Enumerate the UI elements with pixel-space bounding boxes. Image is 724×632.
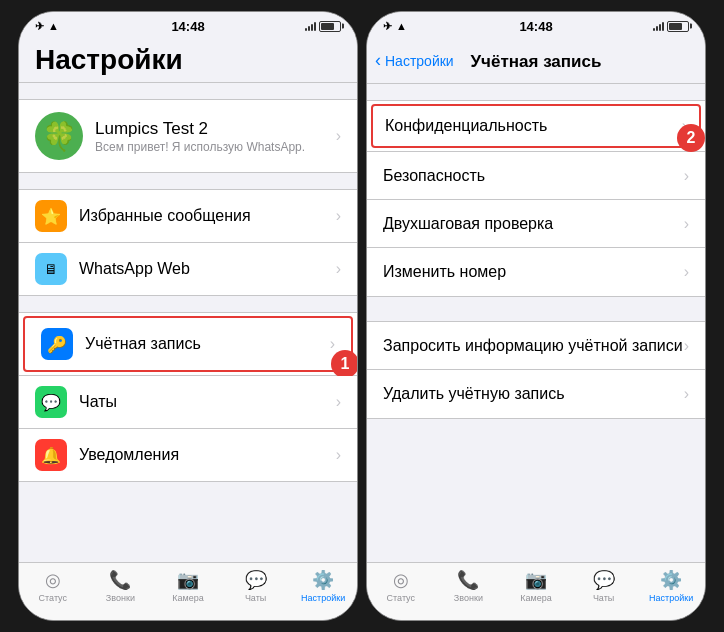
right-settings-group-1: Конфиденциальность › 2 Безопасность	[367, 100, 705, 297]
two-step-item[interactable]: Двухшаговая проверка ›	[367, 200, 705, 248]
whatsapp-web-icon-bg: 🖥	[35, 253, 67, 285]
chats-icon: 💬	[41, 393, 61, 412]
tab-status-right[interactable]: ◎ Статус	[367, 569, 435, 603]
right-chats-tab-icon: 💬	[593, 569, 615, 591]
chats-icon-bg: 💬	[35, 386, 67, 418]
favorites-item[interactable]: ⭐ Избранные сообщения ›	[19, 190, 357, 243]
tab-chats-left[interactable]: 💬 Чаты	[222, 569, 290, 603]
privacy-item[interactable]: Конфиденциальность › 2	[371, 104, 701, 148]
whatsapp-web-item[interactable]: 🖥 WhatsApp Web ›	[19, 243, 357, 295]
right-phone: ✈ ▲ 14:48 ‹ Настройки	[366, 11, 706, 621]
tab-settings-left[interactable]: ⚙️ Настройки	[289, 569, 357, 603]
account-chevron: ›	[330, 335, 335, 353]
battery-icon	[319, 21, 341, 32]
right-content: Конфиденциальность › 2 Безопасность	[367, 84, 705, 562]
right-battery-icon	[667, 21, 689, 32]
status-icon: ◎	[45, 569, 61, 591]
right-settings-label: Настройки	[649, 593, 693, 603]
right-tab-bar: ◎ Статус 📞 Звонки 📷 Камера 💬 Чаты ⚙️ Нас…	[367, 562, 705, 620]
signal-bar-2	[308, 26, 310, 31]
left-nav-bar: Настройки	[19, 40, 357, 83]
right-airplane-icon: ✈	[383, 20, 392, 33]
status-label: Статус	[39, 593, 67, 603]
tab-camera-right[interactable]: 📷 Камера	[502, 569, 570, 603]
whatsapp-web-icon: 🖥	[44, 261, 58, 277]
airplane-icon: ✈	[35, 20, 44, 33]
security-item[interactable]: Безопасность ›	[367, 152, 705, 200]
left-content: 🍀 Lumpics Test 2 Всем привет! Я использу…	[19, 83, 357, 562]
two-step-content: Двухшаговая проверка	[383, 215, 684, 233]
battery-fill	[321, 23, 334, 30]
right-signal-bar-3	[659, 24, 661, 31]
left-status-left: ✈ ▲	[35, 20, 59, 33]
signal-bars	[305, 21, 316, 31]
chats-tab-icon: 💬	[245, 569, 267, 591]
right-calls-icon: 📞	[457, 569, 479, 591]
change-number-item[interactable]: Изменить номер ›	[367, 248, 705, 296]
left-tab-bar: ◎ Статус 📞 Звонки 📷 Камера 💬 Чаты ⚙️ Нас…	[19, 562, 357, 620]
tab-settings-right[interactable]: ⚙️ Настройки	[637, 569, 705, 603]
right-status-left: ✈ ▲	[383, 20, 407, 33]
right-battery-fill	[669, 23, 682, 30]
whatsapp-web-chevron: ›	[336, 260, 341, 278]
right-status-right	[653, 21, 689, 32]
back-label: Настройки	[385, 53, 454, 69]
avatar-emoji: 🍀	[42, 120, 77, 153]
settings-icon: ⚙️	[312, 569, 334, 591]
notifications-label: Уведомления	[79, 446, 336, 464]
notifications-icon: 🔔	[41, 446, 61, 465]
back-button[interactable]: ‹ Настройки	[375, 50, 454, 71]
request-info-content: Запросить информацию учётной записи	[383, 337, 684, 355]
tab-status-left[interactable]: ◎ Статус	[19, 569, 87, 603]
notifications-chevron: ›	[336, 446, 341, 464]
right-page-title: Учётная запись	[471, 52, 602, 72]
delete-account-item[interactable]: Удалить учётную запись ›	[367, 370, 705, 418]
chats-item[interactable]: 💬 Чаты ›	[19, 376, 357, 429]
settings-label: Настройки	[301, 593, 345, 603]
signal-bar-3	[311, 24, 313, 31]
right-signal-bar-4	[662, 22, 664, 31]
tab-calls-right[interactable]: 📞 Звонки	[435, 569, 503, 603]
menu-group-2: 🔑 Учётная запись › 1	[19, 312, 357, 482]
right-status-icon: ◎	[393, 569, 409, 591]
account-label: Учётная запись	[85, 335, 330, 353]
calls-icon: 📞	[109, 569, 131, 591]
security-label: Безопасность	[383, 167, 684, 185]
chats-label: Чаты	[79, 393, 336, 411]
delete-account-chevron: ›	[684, 385, 689, 403]
profile-name: Lumpics Test 2	[95, 119, 336, 139]
account-icon-bg: 🔑	[41, 328, 73, 360]
calls-label: Звонки	[106, 593, 135, 603]
change-number-content: Изменить номер	[383, 263, 684, 281]
right-calls-label: Звонки	[454, 593, 483, 603]
right-status-label: Статус	[387, 593, 415, 603]
whatsapp-web-label: WhatsApp Web	[79, 260, 336, 278]
account-content: Учётная запись	[85, 335, 330, 353]
whatsapp-web-content: WhatsApp Web	[79, 260, 336, 278]
tab-calls-left[interactable]: 📞 Звонки	[87, 569, 155, 603]
chats-chevron: ›	[336, 393, 341, 411]
badge-2: 2	[677, 124, 705, 152]
favorites-icon: ⭐	[41, 207, 61, 226]
notifications-item[interactable]: 🔔 Уведомления ›	[19, 429, 357, 481]
privacy-item-wrapper: Конфиденциальность › 2	[367, 104, 705, 152]
delete-account-label: Удалить учётную запись	[383, 385, 684, 403]
favorites-icon-bg: ⭐	[35, 200, 67, 232]
right-group-1: Конфиденциальность › 2 Безопасность	[367, 100, 705, 297]
right-group-2: Запросить информацию учётной записи › Уд…	[367, 321, 705, 419]
right-chats-tab-label: Чаты	[593, 593, 614, 603]
right-signal-bar-1	[653, 28, 655, 31]
privacy-label: Конфиденциальность	[385, 117, 682, 135]
request-info-chevron: ›	[684, 337, 689, 355]
right-wifi-icon: ▲	[396, 20, 407, 32]
request-info-item[interactable]: Запросить информацию учётной записи ›	[367, 322, 705, 370]
wifi-icon: ▲	[48, 20, 59, 32]
right-settings-group-2: Запросить информацию учётной записи › Уд…	[367, 321, 705, 419]
tab-chats-right[interactable]: 💬 Чаты	[570, 569, 638, 603]
right-settings-icon: ⚙️	[660, 569, 682, 591]
back-chevron-icon: ‹	[375, 50, 381, 71]
tab-camera-left[interactable]: 📷 Камера	[154, 569, 222, 603]
settings-group-2: 🔑 Учётная запись › 1	[19, 312, 357, 482]
profile-item[interactable]: 🍀 Lumpics Test 2 Всем привет! Я использу…	[19, 99, 357, 173]
account-item[interactable]: 🔑 Учётная запись › 1	[23, 316, 353, 372]
